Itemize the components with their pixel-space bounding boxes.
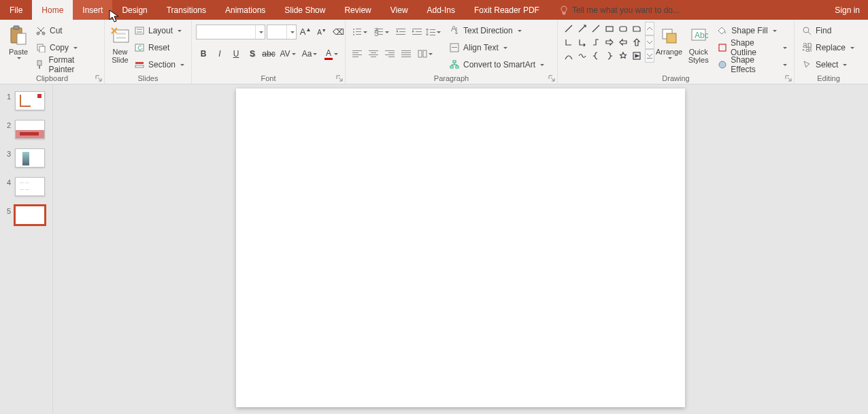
shape-rect[interactable]	[603, 22, 616, 35]
align-center-button[interactable]	[366, 46, 381, 61]
shape-effects-button[interactable]: Shape Effects	[714, 57, 790, 72]
shape-block-arrow-u[interactable]	[630, 35, 644, 49]
shape-brace-l[interactable]	[589, 49, 603, 63]
slide-thumbnail-panel[interactable]: 1 2 3 4 5	[0, 84, 53, 414]
slide-thumbnail-2[interactable]	[15, 120, 45, 139]
decrease-font-button[interactable]: A▼	[314, 25, 329, 39]
shape-roundrect[interactable]	[616, 22, 630, 35]
justify-button[interactable]	[399, 46, 414, 61]
shapes-gallery[interactable]	[562, 22, 644, 63]
tell-me-search[interactable]: Tell me what you want to do...	[560, 0, 680, 20]
align-text-button[interactable]: Align Text	[446, 40, 547, 55]
convert-smartart-button[interactable]: Convert to SmartArt	[446, 57, 547, 72]
shape-block-arrow-r[interactable]	[603, 35, 616, 49]
shape-elbow2[interactable]	[575, 35, 589, 49]
format-painter-button[interactable]: Format Painter	[33, 57, 100, 72]
shape-brace-r[interactable]	[603, 49, 616, 63]
italic-button[interactable]: I	[212, 46, 227, 61]
columns-button[interactable]	[415, 46, 435, 61]
char-spacing-button[interactable]: AV	[278, 46, 298, 61]
thumbnail-row-5[interactable]: 5	[5, 206, 47, 225]
shape-line2[interactable]	[589, 22, 603, 35]
thumbnail-row-4[interactable]: 4	[5, 177, 47, 196]
font-name-combo[interactable]	[196, 25, 265, 39]
arrange-button[interactable]: Arrange	[654, 22, 684, 59]
slide-editor-area[interactable]	[53, 84, 868, 414]
paragraph-dialog-launcher[interactable]	[548, 74, 556, 82]
quick-styles-label: Quick Styles	[688, 48, 709, 64]
svg-rect-34	[412, 34, 422, 35]
paste-button[interactable]: Paste	[4, 22, 33, 59]
shape-arrow[interactable]	[575, 22, 589, 35]
slide-thumbnail-3[interactable]	[15, 148, 45, 168]
find-button[interactable]: Find	[799, 23, 857, 38]
tab-home[interactable]: Home	[32, 0, 73, 20]
line-spacing-button[interactable]	[426, 25, 441, 39]
tab-addins[interactable]: Add-Ins	[418, 0, 465, 20]
text-direction-button[interactable]: A Text Direction	[446, 23, 547, 38]
cut-button[interactable]: Cut	[33, 23, 100, 38]
font-name-dropdown-icon[interactable]	[255, 25, 265, 39]
thumbnail-row-3[interactable]: 3	[5, 148, 47, 168]
shape-line[interactable]	[562, 22, 575, 35]
clipboard-dialog-launcher[interactable]	[95, 74, 103, 82]
gallery-more[interactable]	[645, 49, 654, 63]
tab-transitions[interactable]: Transitions	[157, 0, 216, 20]
tab-review[interactable]: Review	[335, 0, 380, 20]
thumbnail-row-1[interactable]: 1	[5, 91, 47, 110]
gallery-scroll-up[interactable]	[645, 22, 654, 35]
slide-thumbnail-5[interactable]	[15, 206, 45, 225]
copy-button[interactable]: Copy	[33, 40, 100, 55]
align-left-button[interactable]	[350, 46, 365, 61]
thumbnail-row-2[interactable]: 2	[5, 120, 47, 139]
sign-in-link[interactable]: Sign in	[831, 0, 864, 20]
drawing-dialog-launcher[interactable]	[784, 74, 792, 82]
section-button[interactable]: Section	[131, 57, 187, 72]
font-dialog-launcher[interactable]	[335, 74, 344, 82]
svg-rect-36	[430, 32, 435, 33]
shape-fill-button[interactable]: Shape Fill	[714, 23, 790, 38]
gallery-scroll-down[interactable]	[645, 35, 654, 49]
tab-animations[interactable]: Animations	[216, 0, 275, 20]
tab-file[interactable]: File	[0, 0, 32, 20]
numbering-button[interactable]: 123	[371, 25, 392, 39]
shape-elbow3[interactable]	[589, 35, 603, 49]
shape-star[interactable]	[616, 49, 630, 63]
shape-block-arrow-l[interactable]	[616, 35, 630, 49]
current-slide-canvas[interactable]	[236, 89, 685, 407]
strikethrough-button[interactable]: abc	[261, 46, 276, 61]
reset-button[interactable]: Reset	[131, 40, 187, 55]
new-slide-icon	[109, 25, 131, 46]
shape-snip[interactable]	[630, 22, 644, 35]
bullets-button[interactable]	[350, 25, 370, 39]
tab-insert[interactable]: Insert	[73, 0, 112, 20]
tab-view[interactable]: View	[381, 0, 418, 20]
font-color-button[interactable]: A	[321, 46, 341, 61]
tab-slideshow[interactable]: Slide Show	[275, 0, 335, 20]
layout-button[interactable]: Layout	[131, 23, 187, 38]
bold-button[interactable]: B	[196, 46, 211, 61]
decrease-indent-button[interactable]	[393, 25, 408, 39]
font-size-combo[interactable]	[267, 25, 297, 39]
new-slide-button[interactable]: New Slide	[109, 22, 131, 64]
underline-button[interactable]: U	[229, 46, 244, 61]
tab-foxit[interactable]: Foxit Reader PDF	[465, 0, 549, 20]
shape-action[interactable]	[630, 49, 644, 63]
increase-font-button[interactable]: A▲	[298, 25, 313, 39]
tab-design[interactable]: Design	[112, 0, 156, 20]
slide-thumbnail-4[interactable]	[15, 177, 45, 196]
quick-styles-button[interactable]: Abc Quick Styles	[684, 22, 713, 64]
shape-outline-button[interactable]: Shape Outline	[714, 40, 790, 55]
shape-curve2[interactable]	[575, 49, 589, 63]
shadow-button[interactable]: S	[245, 46, 260, 61]
slide-thumbnail-1[interactable]	[15, 91, 45, 110]
shape-elbow1[interactable]	[562, 35, 575, 49]
align-right-button[interactable]	[382, 46, 397, 61]
shape-curve1[interactable]	[562, 49, 575, 63]
increase-indent-button[interactable]	[410, 25, 424, 39]
replace-button[interactable]: abac Replace	[799, 40, 857, 55]
font-size-dropdown-icon[interactable]	[286, 25, 296, 39]
change-case-button[interactable]: Aa	[299, 46, 320, 61]
clear-formatting-button[interactable]: ⌫	[331, 25, 346, 39]
select-button[interactable]: Select	[799, 57, 857, 72]
